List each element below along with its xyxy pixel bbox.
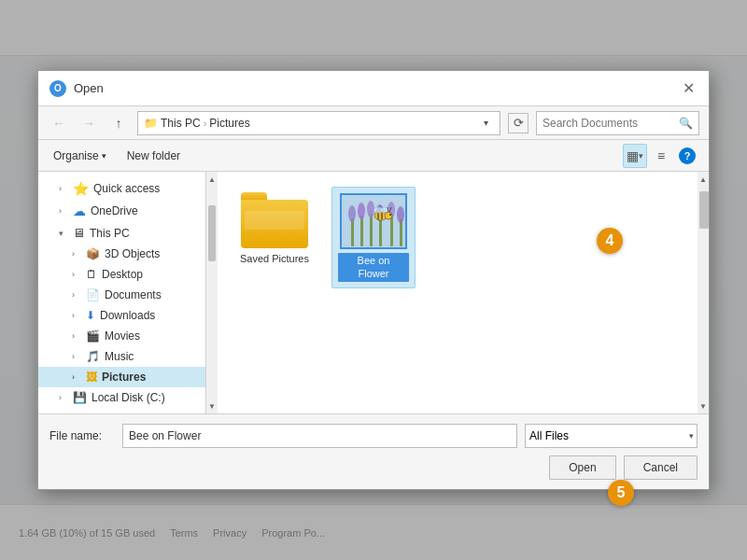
forward-button[interactable]: → <box>78 112 100 134</box>
file-type-select-wrap[interactable]: All Files Images (*.jpg;*.png) Documents… <box>525 424 698 448</box>
breadcrumb-root-label: This PC <box>161 117 201 130</box>
search-box[interactable]: 🔍 <box>536 111 699 135</box>
saved-pictures-item[interactable]: Saved Pictures <box>233 187 317 288</box>
svg-point-7 <box>348 205 356 222</box>
this-pc-label: This PC <box>90 227 130 240</box>
open-button[interactable]: Open <box>549 455 615 480</box>
svg-point-12 <box>397 206 404 223</box>
help-icon: ? <box>679 147 696 164</box>
documents-icon: 📄 <box>86 288 100 301</box>
view-icon-btn[interactable]: ▦ ▾ <box>623 144 647 168</box>
open-dialog: O Open ✕ ← → ↑ 📁 This PC › Pictures ▾ ⟳ … <box>37 70 710 490</box>
sidebar-item-onedrive[interactable]: › ☁ OneDrive <box>38 200 205 222</box>
back-button[interactable]: ← <box>48 112 70 134</box>
sidebar-item-3d-objects[interactable]: › 📦 3D Objects <box>38 244 205 264</box>
sidebar-scroll-down[interactable]: ▼ <box>206 399 218 413</box>
file-area-scrollbar[interactable]: ▲ ▼ <box>698 172 709 413</box>
local-disk-icon: 💾 <box>73 391 87 404</box>
file-name-input[interactable] <box>129 429 511 442</box>
movies-label: Movies <box>105 329 140 343</box>
svg-point-9 <box>367 201 374 217</box>
sidebar-scrollbar-thumb[interactable] <box>208 205 216 261</box>
desktop-chevron: › <box>72 270 81 279</box>
file-area-scrollbar-thumb[interactable] <box>699 191 709 229</box>
address-bar[interactable]: 📁 This PC › Pictures ▾ <box>137 111 500 135</box>
view-icon: ▦ <box>627 148 639 163</box>
sidebar-item-quick-access[interactable]: › ⭐ Quick access <box>38 177 205 200</box>
organise-button[interactable]: Organise ▾ <box>48 147 112 165</box>
search-icon: 🔍 <box>679 117 693 130</box>
svg-rect-6 <box>400 219 402 246</box>
sidebar-item-pictures[interactable]: › 🖼 Pictures <box>38 367 205 387</box>
bee-on-flower-item[interactable]: Bee on Flower <box>331 187 416 288</box>
onedrive-chevron: › <box>59 206 68 216</box>
details-icon: ≡ <box>657 148 665 163</box>
bee-on-flower-thumbnail <box>340 193 407 249</box>
modal-backdrop: O Open ✕ ← → ↑ 📁 This PC › Pictures ▾ ⟳ … <box>0 0 747 560</box>
file-area-scroll-down[interactable]: ▼ <box>698 399 709 413</box>
desktop-icon: 🗒 <box>86 268 97 281</box>
file-name-input-wrap[interactable] <box>122 424 517 448</box>
sidebar-scrollbar[interactable]: ▲ ▼ <box>206 172 218 413</box>
sidebar-item-movies[interactable]: › 🎬 Movies <box>38 326 205 346</box>
pictures-icon: 🖼 <box>86 371 97 384</box>
cancel-button[interactable]: Cancel <box>624 455 698 480</box>
svg-rect-4 <box>379 217 382 246</box>
svg-point-20 <box>389 214 391 216</box>
bee-flower-svg <box>342 195 407 249</box>
sidebar-item-desktop[interactable]: › 🗒 Desktop <box>38 264 205 285</box>
organise-toolbar: Organise ▾ New folder ▦ ▾ ≡ ? <box>38 140 709 172</box>
sidebar: › ⭐ Quick access › ☁ OneDrive ▾ 🖥 This P… <box>38 172 206 413</box>
file-name-label: File name: <box>49 429 115 442</box>
documents-chevron: › <box>72 290 81 300</box>
badge-5: 5 <box>608 480 634 506</box>
buttons-row: Open Cancel 5 <box>49 455 698 480</box>
address-breadcrumb: 📁 This PC › Pictures <box>144 117 250 130</box>
onedrive-icon: ☁ <box>73 203 86 218</box>
desktop-label: Desktop <box>102 268 143 281</box>
new-folder-label: New folder <box>127 149 180 162</box>
details-view-btn[interactable]: ≡ <box>649 144 673 168</box>
refresh-button[interactable]: ⟳ <box>508 113 529 133</box>
breadcrumb-root: 📁 <box>144 117 158 130</box>
quick-access-label: Quick access <box>93 182 160 195</box>
breadcrumb-current: Pictures <box>209 117 249 130</box>
file-type-select[interactable]: All Files Images (*.jpg;*.png) Documents… <box>525 424 698 448</box>
quick-access-chevron: › <box>59 184 68 193</box>
svg-rect-16 <box>381 212 383 219</box>
movies-chevron: › <box>72 331 81 341</box>
dialog-title: Open <box>74 81 677 95</box>
address-toolbar: ← → ↑ 📁 This PC › Pictures ▾ ⟳ 🔍 <box>38 106 709 140</box>
svg-point-19 <box>385 212 392 219</box>
sidebar-scroll-up[interactable]: ▲ <box>206 172 218 187</box>
this-pc-chevron: ▾ <box>59 229 68 238</box>
organise-dropdown-icon: ▾ <box>102 151 106 161</box>
3d-objects-chevron: › <box>72 249 81 259</box>
svg-rect-5 <box>390 215 393 246</box>
breadcrumb-sep: › <box>204 118 207 129</box>
movies-icon: 🎬 <box>86 329 100 343</box>
sidebar-item-downloads[interactable]: › ⬇ Downloads <box>38 305 205 326</box>
sidebar-item-local-disk[interactable]: › 💾 Local Disk (C:) <box>38 387 205 408</box>
local-disk-chevron: › <box>59 393 68 402</box>
organise-label: Organise <box>53 149 99 162</box>
sidebar-item-documents[interactable]: › 📄 Documents <box>38 285 205 305</box>
saved-pictures-label: Saved Pictures <box>240 252 309 265</box>
badge-4: 4 <box>597 228 623 254</box>
address-dropdown-btn[interactable]: ▾ <box>477 115 494 132</box>
file-area[interactable]: 4 Saved Pictures <box>218 172 698 413</box>
local-disk-label: Local Disk (C:) <box>92 391 165 404</box>
svg-point-8 <box>358 203 365 219</box>
bee-on-flower-label: Bee on Flower <box>338 253 409 282</box>
help-btn[interactable]: ? <box>675 144 699 168</box>
search-input[interactable] <box>543 117 675 130</box>
sidebar-item-music[interactable]: › 🎵 Music <box>38 346 205 367</box>
downloads-label: Downloads <box>100 309 155 322</box>
close-button[interactable]: ✕ <box>677 77 699 100</box>
up-button[interactable]: ↑ <box>107 112 130 134</box>
this-pc-icon: 🖥 <box>73 226 85 240</box>
file-area-scroll-up[interactable]: ▲ <box>698 172 709 187</box>
downloads-icon: ⬇ <box>86 309 95 322</box>
sidebar-item-this-pc[interactable]: ▾ 🖥 This PC <box>38 222 205 244</box>
new-folder-button[interactable]: New folder <box>120 147 188 165</box>
